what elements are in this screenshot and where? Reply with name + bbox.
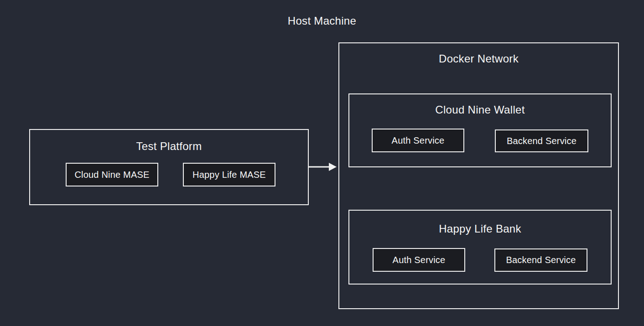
host-machine-label: Host Machine: [0, 15, 644, 27]
node-cloud-nine-mase-label: Cloud Nine MASE: [74, 170, 149, 180]
arrow-test-platform-to-docker-network-icon: [309, 161, 339, 172]
node-happy-life-mase-label: Happy Life MASE: [192, 170, 266, 180]
cloud-nine-wallet-auth-service-label: Auth Service: [392, 135, 445, 146]
happy-life-bank-backend-service-label: Backend Service: [506, 255, 576, 265]
cloud-nine-wallet-auth-service-node: Auth Service: [372, 129, 464, 152]
happy-life-bank-box: Happy Life Bank Auth Service Backend Ser…: [348, 210, 612, 285]
node-happy-life-mase: Happy Life MASE: [183, 163, 275, 186]
node-cloud-nine-mase: Cloud Nine MASE: [66, 163, 158, 186]
cloud-nine-wallet-box: Cloud Nine Wallet Auth Service Backend S…: [348, 93, 612, 167]
happy-life-bank-backend-service-node: Backend Service: [494, 248, 587, 272]
happy-life-bank-auth-service-node: Auth Service: [373, 248, 465, 272]
cloud-nine-wallet-backend-service-label: Backend Service: [507, 136, 576, 146]
test-platform-box: Test Platform Cloud Nine MASE Happy Life…: [29, 129, 309, 205]
docker-network-title: Docker Network: [339, 52, 618, 65]
cloud-nine-wallet-backend-service-node: Backend Service: [495, 129, 588, 152]
cloud-nine-wallet-title: Cloud Nine Wallet: [349, 103, 611, 116]
happy-life-bank-auth-service-label: Auth Service: [393, 255, 446, 265]
docker-network-box: Docker Network Cloud Nine Wallet Auth Se…: [338, 42, 619, 309]
test-platform-title: Test Platform: [30, 140, 308, 153]
happy-life-bank-title: Happy Life Bank: [349, 223, 611, 235]
diagram-canvas: Host Machine Test Platform Cloud Nine MA…: [0, 0, 644, 326]
